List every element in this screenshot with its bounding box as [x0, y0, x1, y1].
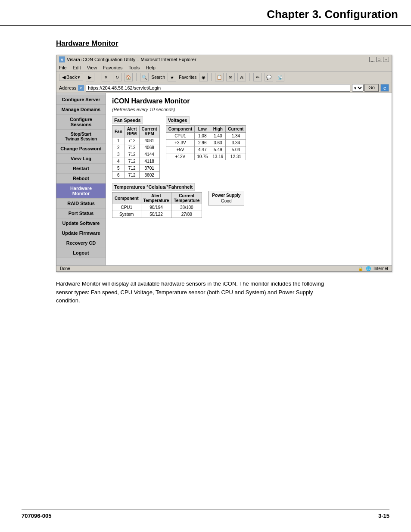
temp-component: CPU1 [112, 204, 141, 211]
fan-row: 4 712 4118 [112, 158, 160, 165]
page-footer: 707096-005 3-15 [22, 510, 389, 519]
volt-current: 5.04 [226, 146, 246, 153]
volt-low: 4.47 [195, 146, 210, 153]
power-supply-box: Power Supply Good [208, 191, 244, 205]
nav-reboot[interactable]: Reboot [56, 174, 106, 184]
nav-stop-start[interactable]: Stop/StartTwinax Session [56, 130, 106, 144]
nav-update-firmware[interactable]: Update Firmware [56, 228, 106, 238]
fan-alert: 712 [125, 151, 139, 158]
temp-current: 38/100 [171, 204, 202, 211]
volt-col-high: High [210, 126, 226, 133]
fan-alert: 712 [125, 137, 139, 144]
volt-col-component: Component [166, 126, 195, 133]
fan-current: 4069 [139, 144, 159, 151]
nav-change-password[interactable]: Change Password [56, 144, 106, 154]
nav-configure-sessions[interactable]: Configure Sessions [56, 115, 106, 130]
messenger-button[interactable]: 📡 [276, 73, 284, 81]
temp-col-current: CurrentTemperature [171, 193, 202, 204]
media-button[interactable]: ◉ [199, 73, 208, 81]
nav-configure-server[interactable]: Configure Server [56, 95, 106, 105]
fan-num: 1 [112, 137, 125, 144]
chapter-title: Chapter 3. Configuration [267, 8, 398, 21]
volt-component: +12V [166, 153, 195, 160]
nav-update-software[interactable]: Update Software [56, 218, 106, 228]
go-button[interactable]: Go [364, 84, 379, 92]
address-dropdown[interactable]: ▾ [352, 84, 364, 92]
nav-logout[interactable]: Logout [56, 248, 106, 258]
volt-component: +5V [166, 146, 195, 153]
menu-view[interactable]: View [87, 65, 97, 70]
volt-high: 5.49 [210, 146, 226, 153]
favorites-button[interactable]: ★ [168, 73, 176, 81]
refresh-button[interactable]: ↻ [113, 73, 121, 81]
volt-row: +12V 10.75 13.19 12.31 [166, 153, 246, 160]
toolbar-sep3 [211, 73, 212, 81]
fan-alert: 712 [125, 144, 139, 151]
search-button[interactable]: 🔍 [140, 73, 149, 81]
forward-button[interactable]: ▶ [86, 73, 94, 81]
fan-col-fan: Fan [112, 126, 125, 137]
power-supply-title: Power Supply [212, 193, 240, 198]
browser-toolbar: ◀ Back ▾ ▶ ✕ ↻ 🏠 🔍 Search ★ Favorites ◉ … [56, 72, 392, 83]
address-input[interactable] [86, 84, 350, 92]
voltages-table: Component Low High Current CPU1 1.08 1.4… [166, 125, 246, 160]
section-heading: Hardware Monitor [56, 39, 389, 48]
temp-component: System [112, 211, 141, 218]
nav-recovery-cd[interactable]: Recovery CD [56, 238, 106, 248]
fan-current: 3701 [139, 165, 159, 172]
restore-button[interactable]: □ [376, 57, 382, 62]
address-right-icon: e [380, 84, 389, 92]
volt-row: +5V 4.47 5.49 5.04 [166, 146, 246, 153]
nav-hardware-monitor[interactable]: HardwareMonitor [56, 184, 106, 199]
temp-alert: 90/194 [141, 204, 171, 211]
tables-row-1: Fan Speeds Fan AlertRPM CurrentRPM 1 [112, 116, 386, 179]
internet-icon: 🌐 [366, 266, 371, 271]
menu-edit[interactable]: Edit [73, 65, 81, 70]
nav-manage-domains[interactable]: Manage Domains [56, 105, 106, 115]
toolbar-sep4 [249, 73, 250, 81]
mail-button[interactable]: ✉ [226, 73, 235, 81]
menu-help[interactable]: Help [146, 65, 156, 70]
fan-current: 4081 [139, 137, 159, 144]
fan-alert: 712 [125, 158, 139, 165]
temp-col-component: Component [112, 193, 141, 204]
fan-speeds-label: Fan Speeds [112, 116, 143, 124]
menu-tools[interactable]: Tools [129, 65, 140, 70]
menu-file[interactable]: File [59, 65, 67, 70]
temp-row: CPU1 90/194 38/100 [112, 204, 202, 211]
print-button[interactable]: 🖨 [237, 73, 246, 81]
volt-high: 3.63 [210, 140, 226, 146]
discuss-button[interactable]: 💬 [265, 73, 273, 81]
fan-current: 4118 [139, 158, 159, 165]
fan-current: 4144 [139, 151, 159, 158]
browser-content: iCON Hardware Monitor (Refreshes every 1… [106, 93, 392, 265]
volt-high: 1.40 [210, 133, 226, 140]
tables-row-2: Temperatures °Celsius/°Fahrenheit Compon… [112, 183, 386, 222]
fan-row: 6 712 3602 [112, 172, 160, 179]
page-header: Chapter 3. Configuration [0, 0, 411, 26]
nav-restart[interactable]: Restart [56, 164, 106, 174]
menu-favorites[interactable]: Favorites [103, 65, 122, 70]
browser-title: Visara iCON Configuration Utility – Micr… [67, 57, 196, 62]
nav-view-log[interactable]: View Log [56, 154, 106, 164]
address-icon: e [78, 85, 84, 91]
fan-alert: 712 [125, 172, 139, 179]
fan-row: 2 712 4069 [112, 144, 160, 151]
address-buttons: ▾ Go [352, 84, 379, 92]
back-button[interactable]: ◀ Back ▾ [59, 74, 83, 81]
stop-button[interactable]: ✕ [102, 73, 110, 81]
temp-row: System 50/122 27/80 [112, 211, 202, 218]
volt-component: +3.3V [166, 140, 195, 146]
back-dropdown-icon: ▾ [78, 75, 80, 80]
minimize-button[interactable]: _ [369, 57, 375, 62]
history-button[interactable]: 📋 [215, 73, 224, 81]
temp-col-alert: AlertTemperature [141, 193, 171, 204]
nav-port-status[interactable]: Port Status [56, 208, 106, 218]
volt-col-current: Current [226, 126, 246, 133]
edit-button[interactable]: ✏ [253, 73, 262, 81]
volt-current: 3.34 [226, 140, 246, 146]
search-label: Search [151, 75, 165, 80]
close-button[interactable]: × [383, 57, 389, 62]
home-button[interactable]: 🏠 [124, 73, 133, 81]
nav-raid-status[interactable]: RAID Status [56, 199, 106, 208]
